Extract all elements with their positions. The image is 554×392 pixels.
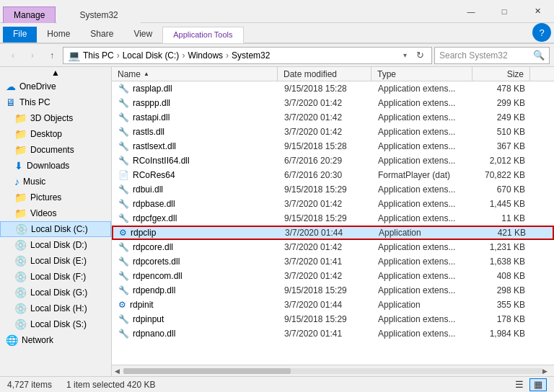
file-date: 3/7/2020 01:44: [278, 298, 372, 311]
dll-icon: 🔧: [118, 127, 129, 137]
file-type: Application extens...: [372, 97, 473, 110]
table-row[interactable]: 🔧 rdpcorets.dll 3/7/2020 01:41 Applicati…: [112, 254, 554, 269]
file-size: 510 KB: [473, 125, 531, 138]
sidebar-item-thispc[interactable]: 🖥 This PC: [0, 94, 111, 110]
col-type-header[interactable]: Type: [371, 67, 472, 81]
tab-manage[interactable]: Manage: [3, 6, 56, 23]
sidebar-item-onedrive[interactable]: ☁ OneDrive: [0, 79, 111, 94]
view-details-button[interactable]: ▦: [529, 378, 547, 391]
file-date: 3/7/2020 01:42: [278, 241, 372, 254]
dll-icon: 🔧: [118, 329, 129, 339]
file-date: 3/7/2020 01:44: [279, 227, 373, 239]
path-dropdown[interactable]: ▾: [400, 50, 410, 61]
hscroll-thumb: [123, 368, 291, 374]
hscroll-right[interactable]: ▶: [542, 368, 551, 375]
back-button[interactable]: ‹: [4, 47, 22, 64]
sidebar-item-localf[interactable]: 💿 Local Disk (F:): [0, 269, 111, 285]
file-type: Application extens...: [372, 255, 473, 268]
maximize-button[interactable]: □: [488, 0, 521, 23]
col-size-header[interactable]: Size: [472, 67, 530, 81]
file-name: rdpclip: [131, 228, 156, 238]
table-row[interactable]: 🔧 rdbui.dll 9/15/2018 15:29 Application …: [112, 182, 554, 197]
help-button[interactable]: ?: [532, 23, 551, 42]
table-row[interactable]: 🔧 rdpnano.dll 3/7/2020 01:41 Application…: [112, 326, 554, 341]
col-date-header[interactable]: Date modified: [278, 67, 371, 81]
table-row[interactable]: ⚙ rdpinit 3/7/2020 01:44 Application 355…: [112, 298, 554, 312]
sidebar-item-locals[interactable]: 💿 Local Disk (S:): [0, 316, 111, 332]
table-row[interactable]: 🔧 RCoInstII64.dll 6/7/2016 20:29 Applica…: [112, 153, 554, 168]
sidebar-item-network[interactable]: 🌐 Network: [0, 332, 111, 348]
forward-button[interactable]: ›: [24, 47, 41, 64]
music-label: Music: [23, 177, 45, 187]
address-bar: ‹ › ↑ 💻 This PC › Local Disk (C:) › Wind…: [0, 44, 554, 67]
file-type: Application: [373, 227, 474, 239]
file-name: rastlsext.dll: [133, 141, 176, 151]
table-row[interactable]: ⚙ rdpclip 3/7/2020 01:44 Application 421…: [112, 226, 554, 240]
onedrive-icon: ☁: [6, 81, 16, 92]
refresh-button[interactable]: ↻: [413, 48, 427, 63]
file-name: RCoInstII64.dll: [133, 156, 190, 166]
tab-view[interactable]: View: [123, 26, 162, 43]
hscroll-bar[interactable]: ◀ ▶: [112, 365, 554, 376]
table-row[interactable]: 📄 RCoRes64 6/7/2016 20:30 FormatPlayer (…: [112, 168, 554, 182]
file-date: 6/7/2016 20:29: [278, 154, 372, 167]
sidebar-item-localh[interactable]: 💿 Local Disk (H:): [0, 300, 111, 316]
address-path[interactable]: 💻 This PC › Local Disk (C:) › Windows › …: [63, 47, 432, 64]
videos-label: Videos: [30, 208, 56, 218]
table-row[interactable]: 🔧 rdpendp.dll 9/15/2018 15:29 Applicatio…: [112, 283, 554, 298]
tab-file[interactable]: File: [3, 27, 37, 43]
sidebar-item-localg[interactable]: 💿 Local Disk (G:): [0, 285, 111, 300]
table-row[interactable]: 🔧 rastls.dll 3/7/2020 01:42 Application …: [112, 125, 554, 139]
close-button[interactable]: ✕: [521, 0, 554, 23]
table-row[interactable]: 🔧 rdpcore.dll 3/7/2020 01:42 Application…: [112, 240, 554, 254]
sidebar-item-locald[interactable]: 💿 Local Disk (D:): [0, 237, 111, 253]
table-row[interactable]: 🔧 rastlsext.dll 9/15/2018 15:28 Applicat…: [112, 139, 554, 153]
sidebar-item-desktop[interactable]: 📁 Desktop: [0, 126, 111, 142]
minimize-button[interactable]: —: [454, 0, 488, 23]
table-row[interactable]: 🔧 rdpinput 9/15/2018 15:29 Application e…: [112, 312, 554, 326]
sidebar-item-videos[interactable]: 📁 Videos: [0, 205, 111, 221]
documents-label: Documents: [30, 145, 74, 155]
file-name: rastls.dll: [133, 127, 164, 137]
column-headers: Name ▲ Date modified Type Size: [112, 67, 554, 81]
localh-icon: 💿: [14, 303, 27, 314]
sidebar-item-downloads[interactable]: ⬇ Downloads: [0, 158, 111, 174]
sidebar-item-locale[interactable]: 💿 Local Disk (E:): [0, 253, 111, 269]
table-row[interactable]: 🔧 rasplap.dll 9/15/2018 15:28 Applicatio…: [112, 81, 554, 96]
path-thispc[interactable]: This PC: [83, 50, 114, 61]
view-list-button[interactable]: ☰: [511, 378, 528, 391]
table-row[interactable]: 🔧 rastapi.dll 3/7/2020 01:42 Application…: [112, 110, 554, 125]
table-row[interactable]: 🔧 rdpencom.dll 3/7/2020 01:42 Applicatio…: [112, 269, 554, 283]
table-row[interactable]: 🔧 rasppp.dll 3/7/2020 01:42 Application …: [112, 96, 554, 110]
search-placeholder: Search System32: [439, 50, 530, 61]
hscroll-left[interactable]: ◀: [115, 368, 123, 375]
up-button[interactable]: ↑: [43, 47, 61, 64]
app-icon: ⚙: [119, 228, 127, 238]
sidebar-scroll-up[interactable]: ▲: [0, 67, 111, 79]
sidebar-item-documents[interactable]: 📁 Documents: [0, 142, 111, 158]
file-name: rdpbase.dll: [133, 199, 175, 209]
sidebar-item-music[interactable]: ♪ Music: [0, 174, 111, 190]
file-type: Application extens...: [372, 212, 473, 225]
tab-home[interactable]: Home: [37, 26, 80, 43]
file-size: 670 KB: [473, 183, 531, 196]
sidebar-item-localc[interactable]: 💿 Local Disk (C:): [0, 221, 111, 237]
hscroll-track[interactable]: [123, 368, 542, 374]
file-list: 🔧 rasplap.dll 9/15/2018 15:28 Applicatio…: [112, 81, 554, 365]
table-row[interactable]: 🔧 rdpcfgex.dll 9/15/2018 15:29 Applicati…: [112, 211, 554, 226]
table-row[interactable]: 🔧 rdpbase.dll 3/7/2020 01:42 Application…: [112, 197, 554, 211]
dll-icon: 🔧: [118, 314, 129, 324]
path-localc[interactable]: Local Disk (C:): [123, 50, 180, 61]
path-system32[interactable]: System32: [232, 50, 270, 61]
locale-label: Local Disk (E:): [30, 256, 87, 266]
path-windows[interactable]: Windows: [188, 50, 223, 61]
sidebar-item-pictures[interactable]: 📁 Pictures: [0, 190, 111, 205]
tab-application-tools[interactable]: Application Tools: [162, 27, 243, 43]
tab-system32[interactable]: System32: [57, 6, 140, 23]
sidebar-item-3dobjects[interactable]: 📁 3D Objects: [0, 110, 111, 126]
col-name-header[interactable]: Name ▲: [112, 67, 278, 81]
file-date: 9/15/2018 15:29: [278, 183, 372, 196]
file-type: Application extens...: [372, 270, 473, 282]
search-box[interactable]: Search System32 🔍: [434, 47, 550, 64]
tab-share[interactable]: Share: [80, 26, 123, 43]
